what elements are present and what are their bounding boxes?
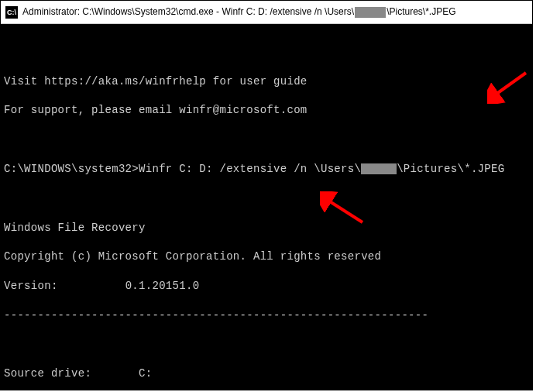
version-line: Version: 0.1.20151.0	[4, 279, 529, 294]
help-url-line: Visit https://aka.ms/winfrhelp for user …	[4, 74, 529, 89]
copyright-line: Copyright (c) Microsoft Corporation. All…	[4, 249, 529, 264]
redacted-username	[355, 7, 386, 18]
blank-line	[4, 132, 529, 147]
command-prompt-line: C:\WINDOWS\system32>Winfr C: D: /extensi…	[4, 162, 529, 177]
blank-line	[4, 45, 529, 60]
separator-line: ----------------------------------------…	[4, 308, 529, 323]
blank-line	[4, 338, 529, 352]
blank-line	[4, 191, 529, 206]
terminal-output[interactable]: Visit https://aka.ms/winfrhelp for user …	[1, 24, 532, 392]
cmd-icon: C:\	[5, 6, 18, 19]
support-email-line: For support, please email winfr@microsof…	[4, 103, 529, 118]
redacted-username	[361, 163, 397, 174]
titlebar[interactable]: C:\ Administrator: C:\Windows\System32\c…	[1, 1, 532, 24]
source-drive-line: Source drive: C:	[4, 366, 529, 381]
window-title: Administrator: C:\Windows\System32\cmd.e…	[22, 6, 456, 18]
cmd-window: C:\ Administrator: C:\Windows\System32\c…	[0, 0, 533, 390]
app-name-line: Windows File Recovery	[4, 221, 529, 236]
